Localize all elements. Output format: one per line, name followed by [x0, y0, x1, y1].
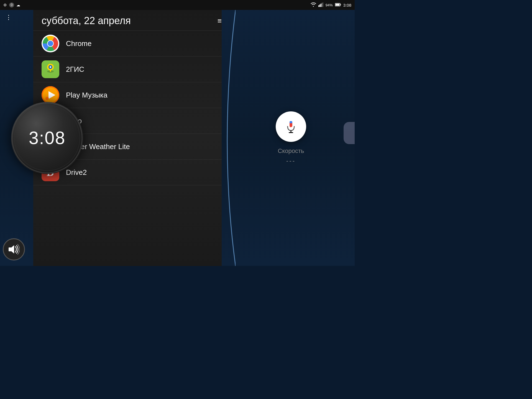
- svg-point-23: [50, 116, 53, 120]
- chrome-icon-wrap: [42, 35, 59, 52]
- app-name-chrome: Chrome: [66, 39, 91, 48]
- svg-rect-36: [289, 132, 293, 133]
- volume-icon: [8, 244, 20, 255]
- avito-icon-wrap: [42, 112, 59, 130]
- svg-point-31: [49, 146, 54, 152]
- bg-left-lines: [0, 10, 36, 266]
- svg-rect-16: [50, 70, 51, 72]
- svg-rect-7: [335, 4, 339, 6]
- gis-icon-wrap: [42, 60, 59, 78]
- header-date: суббота, 22 апреля: [42, 15, 131, 27]
- svg-rect-1: [319, 4, 320, 7]
- hamburger-menu-button[interactable]: ≡: [218, 17, 222, 24]
- app-name-drive2: Drive2: [66, 168, 87, 177]
- scroll-indicator: [344, 122, 355, 144]
- weather-icon: [42, 138, 59, 155]
- svg-rect-0: [318, 5, 319, 7]
- svg-rect-6: [340, 4, 341, 5]
- status-bar: ⚙ 0 ☁ 94% 3:08: [0, 0, 355, 10]
- three-dot-menu[interactable]: ⋮: [6, 14, 12, 21]
- status-time: 3:08: [343, 3, 351, 7]
- svg-point-10: [48, 41, 53, 46]
- list-item[interactable]: Avito: [33, 108, 230, 134]
- chrome-icon: [42, 35, 59, 52]
- weather-icon-wrap: [42, 138, 59, 155]
- list-item[interactable]: D Drive2: [33, 160, 230, 185]
- svg-point-15: [50, 66, 51, 68]
- app-name-gis: 2ГИС: [66, 65, 84, 74]
- settings-icon: ⚙: [3, 3, 7, 7]
- avito-icon: [42, 112, 59, 130]
- right-panel: Скорость ---: [227, 10, 355, 266]
- svg-marker-40: [11, 245, 14, 254]
- zero-badge: 0: [9, 2, 14, 7]
- volume-button[interactable]: [3, 238, 25, 260]
- svg-point-20: [45, 97, 49, 100]
- drive2-icon: D: [42, 163, 59, 181]
- status-bar-right: 94% 3:08: [311, 2, 351, 8]
- list-item[interactable]: Play Музыка: [33, 82, 230, 108]
- header: суббота, 22 апреля ≡: [33, 10, 230, 31]
- playmusic-icon-wrap: [42, 86, 59, 104]
- battery-percent: 94%: [326, 3, 333, 7]
- svg-rect-39: [9, 247, 11, 251]
- drive2-letter: D: [47, 166, 54, 178]
- svg-point-30: [44, 147, 49, 152]
- three-dot-icon: ⋮: [6, 14, 12, 21]
- gis-icon: [42, 60, 59, 78]
- main-panel: суббота, 22 апреля ≡: [33, 10, 230, 266]
- app-name-playmusic: Play Музыка: [66, 91, 108, 99]
- drive2-icon-wrap: D: [42, 163, 59, 181]
- svg-point-24: [53, 119, 57, 123]
- list-item[interactable]: Chrome: [33, 31, 230, 57]
- list-item[interactable]: 2ГИС: [33, 57, 230, 82]
- svg-rect-3: [322, 3, 323, 7]
- speed-label: Скорость: [278, 147, 304, 155]
- voice-button[interactable]: [276, 111, 306, 142]
- svg-rect-35: [291, 131, 291, 132]
- svg-rect-2: [321, 4, 321, 7]
- cloud-icon: ☁: [16, 3, 20, 7]
- svg-rect-34: [290, 121, 292, 123]
- playmusic-icon: [42, 86, 59, 104]
- speed-value: ---: [278, 157, 304, 165]
- signal-icon: [318, 2, 323, 8]
- app-name-avito: Avito: [66, 117, 82, 125]
- status-bar-left: ⚙ 0 ☁: [3, 2, 20, 7]
- app-list: Chrome 2ГИС: [33, 31, 230, 185]
- battery-icon: [335, 3, 341, 7]
- list-item[interactable]: Amber Weather Lite: [33, 134, 230, 160]
- bg-left: [0, 10, 36, 266]
- app-name-weather: Amber Weather Lite: [66, 142, 130, 151]
- speed-section: Скорость ---: [278, 147, 304, 165]
- wifi-icon: [311, 2, 316, 8]
- svg-rect-4: [323, 2, 323, 7]
- svg-point-25: [48, 121, 52, 125]
